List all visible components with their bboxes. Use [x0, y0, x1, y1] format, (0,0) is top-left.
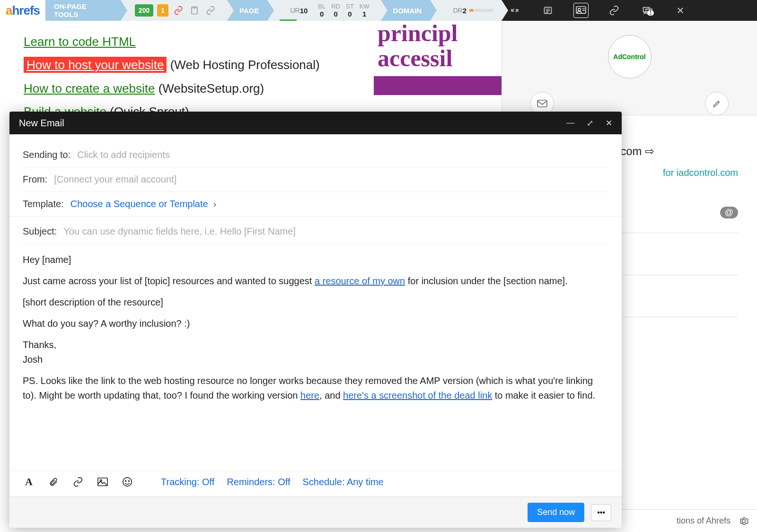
badge-200: 200 — [135, 4, 153, 17]
dr-bar — [469, 9, 493, 12]
page-stats-segment: UR10 BL0 RD0 ST0 KW1 — [267, 0, 380, 21]
ur-value: 10 — [300, 7, 308, 15]
chain-icon[interactable] — [607, 3, 622, 18]
window-controls: — ⤢ ✕ — [566, 118, 612, 128]
gear-icon[interactable] — [739, 516, 748, 526]
subject-row[interactable]: Subject: You can use dynamic fields here… — [23, 219, 608, 244]
emoji-icon[interactable] — [121, 476, 133, 488]
sending-to-placeholder: Click to add recipients — [77, 149, 170, 160]
composer-titlebar[interactable]: New Email — ⤢ ✕ — [9, 112, 622, 134]
close-composer-icon[interactable]: ✕ — [606, 118, 612, 128]
schedule-toggle[interactable]: Schedule: Any time — [303, 477, 384, 488]
link-0[interactable]: Learn to code HTML — [24, 35, 136, 49]
badge-1: 1 — [157, 4, 168, 17]
template-row: Template: Choose a Sequence or Template … — [23, 192, 608, 216]
contact-avatar[interactable]: AdControl — [608, 35, 651, 78]
hyperlink-icon[interactable] — [72, 476, 84, 488]
tracking-toggle[interactable]: Tracking: Off — [161, 477, 214, 488]
onpage-tools-tab[interactable]: ON-PAGE TOOLS — [45, 0, 121, 21]
email-pill[interactable]: @ — [720, 207, 738, 218]
composer-title: New Email — [19, 118, 64, 129]
list-icon[interactable] — [540, 3, 555, 18]
svg-rect-4 — [537, 100, 547, 107]
toolbar-right: 1 — [502, 0, 757, 21]
domain-stats-segment: DR2 — [430, 0, 502, 21]
send-button[interactable]: Send now — [528, 503, 584, 522]
expand-icon[interactable]: ⤢ — [587, 118, 593, 128]
contact-card-icon[interactable] — [573, 3, 589, 18]
subject-wrap: Subject: You can use dynamic fields here… — [9, 217, 622, 244]
font-icon[interactable]: A — [23, 476, 35, 488]
ahrefs-logo[interactable]: ahrefs — [0, 3, 45, 18]
contact-header: AdControl — [502, 21, 757, 115]
from-row[interactable]: From: [Connect your email account] — [23, 167, 608, 192]
edit-icon-button[interactable] — [705, 92, 729, 115]
link-1[interactable]: How to host your website — [24, 57, 167, 73]
broken-link-icon[interactable] — [172, 4, 185, 17]
sending-to-row[interactable]: Sending to: Click to add recipients — [23, 143, 608, 167]
svg-point-3 — [578, 9, 581, 11]
composer-body[interactable]: Hey [name] Just came across your list of… — [9, 244, 622, 471]
attachment-icon[interactable] — [47, 476, 60, 488]
svg-point-8 — [125, 480, 126, 481]
domain-link[interactable]: for iadcontrol.com — [663, 167, 738, 178]
ur-label: UR — [290, 7, 299, 14]
composer-footer: Send now ••• — [9, 497, 622, 528]
status-right: tions of Ahrefs — [677, 516, 731, 526]
subject-label: Subject: — [23, 226, 57, 237]
body-p2: Just came across your list of [topic] re… — [23, 274, 608, 288]
dr-value: 2 — [463, 7, 467, 15]
link-icon[interactable] — [204, 4, 217, 17]
stat-rd: RD0 — [331, 3, 340, 18]
sending-to-label: Sending to: — [23, 149, 70, 160]
stat-st: ST0 — [346, 3, 354, 18]
dr-label: DR — [453, 7, 462, 14]
from-placeholder: [Connect your email account] — [54, 174, 176, 185]
body-p5: Thanks,Josh — [23, 338, 608, 367]
svg-point-9 — [128, 480, 129, 481]
image-icon[interactable] — [97, 476, 109, 488]
format-toolbar: A Tracking: Off Reminders: Off Schedule:… — [9, 471, 622, 497]
reminders-toggle[interactable]: Reminders: Off — [227, 477, 290, 488]
body-p1: Hey [name] — [23, 253, 608, 267]
toolbar-left: ahrefs ON-PAGE TOOLS 200 1 PAGE UR10 BL0… — [0, 0, 502, 21]
email-composer: New Email — ⤢ ✕ Sending to: Click to add… — [9, 112, 622, 528]
composer-fields: Sending to: Click to add recipients From… — [9, 134, 622, 216]
svg-point-7 — [123, 478, 132, 486]
stat-kw: KW1 — [360, 3, 370, 18]
from-label: From: — [23, 174, 47, 185]
side-banner: principl accessil — [374, 21, 502, 106]
link-2[interactable]: How to create a website — [24, 81, 155, 96]
domain-tab[interactable]: DOMAIN — [381, 0, 431, 21]
top-toolbar: ahrefs ON-PAGE TOOLS 200 1 PAGE UR10 BL0… — [0, 0, 757, 21]
body-p6: PS. Looks like the link to the web hosti… — [23, 374, 608, 403]
template-link[interactable]: Choose a Sequence or Template › — [70, 199, 217, 209]
chat-badge: 1 — [647, 10, 654, 16]
template-label: Template: — [23, 199, 64, 209]
close-icon[interactable] — [673, 3, 688, 18]
body-p4: What do you say? A worthy inclusion? :) — [23, 316, 608, 331]
onpage-stats-segment: 200 1 — [121, 0, 227, 21]
body-link-screenshot[interactable]: here's a screenshot of the dead link — [343, 390, 492, 401]
body-p3: [short description of the resource] — [23, 295, 608, 310]
more-button[interactable]: ••• — [591, 504, 611, 521]
chat-icon[interactable]: 1 — [640, 3, 655, 18]
stat-bl: BL0 — [318, 3, 326, 18]
body-link-resource[interactable]: a resource of my own — [315, 276, 405, 286]
compress-icon[interactable] — [507, 3, 522, 18]
subject-placeholder: You can use dynamic fields here, i.e. He… — [63, 226, 296, 237]
minimize-icon[interactable]: — — [566, 118, 574, 128]
body-link-here[interactable]: here — [300, 390, 319, 401]
clipboard-icon[interactable] — [188, 4, 201, 17]
